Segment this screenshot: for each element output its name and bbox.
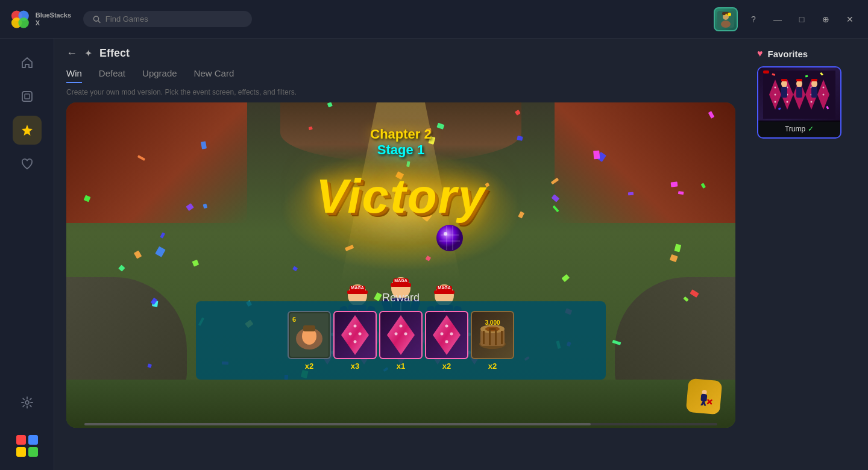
- svg-point-112: [450, 332, 453, 335]
- svg-point-113: [445, 340, 448, 343]
- chapter-label: Chapter 2: [370, 127, 431, 142]
- svg-marker-14: [22, 125, 33, 136]
- tab-upgrade[interactable]: Upgrade: [142, 68, 177, 83]
- reward-card-image-1: 6: [289, 312, 330, 358]
- reward-item-4: x2: [425, 311, 468, 371]
- user-avatar[interactable]: ★: [714, 7, 738, 31]
- close-button[interactable]: ✕: [841, 11, 858, 28]
- reward-count-3: x1: [397, 362, 405, 371]
- reward-count-2: x3: [351, 362, 359, 371]
- reward-label: Reward: [382, 292, 420, 304]
- svg-rect-155: [796, 87, 802, 98]
- bg-ceiling-right: [555, 102, 735, 223]
- sidebar-item-settings[interactable]: [13, 388, 42, 417]
- confetti-piece: [134, 250, 142, 258]
- svg-text:★: ★: [725, 13, 728, 16]
- tab-defeat[interactable]: Defeat: [99, 68, 125, 83]
- reward-diamond-1: [340, 314, 370, 356]
- svg-text:MAGA: MAGA: [351, 286, 363, 290]
- reward-card-5: 3,000: [471, 311, 514, 359]
- svg-line-5: [98, 20, 100, 22]
- right-panel: ♥ Favorites: [747, 39, 868, 148]
- sidebar-item-effects[interactable]: [13, 116, 42, 145]
- reward-card-3: [379, 311, 423, 359]
- reward-card-2: [333, 311, 377, 359]
- maximize-button[interactable]: □: [793, 11, 810, 28]
- svg-point-102: [349, 332, 352, 335]
- svg-point-134: [775, 101, 776, 103]
- confetti-piece: [670, 254, 678, 263]
- svg-rect-157: [811, 79, 817, 81]
- scroll-bar[interactable]: [84, 423, 717, 425]
- svg-text:MAGA: MAGA: [394, 278, 407, 283]
- breadcrumb-bar: ← ✦ Effect: [54, 39, 747, 68]
- sidebar-item-home[interactable]: [13, 48, 42, 77]
- tab-new-card[interactable]: New Card: [194, 68, 234, 83]
- svg-point-111: [441, 332, 444, 335]
- confetti-piece: [118, 265, 125, 272]
- content-area: ← ✦ Effect Win Defeat Upgrade New Card C…: [54, 39, 868, 470]
- favorites-title: Favorites: [768, 49, 808, 59]
- minimize-button[interactable]: —: [769, 11, 786, 28]
- svg-point-133: [775, 94, 776, 96]
- svg-rect-13: [25, 94, 30, 99]
- svg-marker-105: [387, 315, 415, 355]
- svg-point-138: [787, 101, 788, 103]
- confetti-piece: [155, 246, 165, 257]
- tab-win[interactable]: Win: [66, 68, 82, 83]
- favorites-item-trump[interactable]: Trump ✓: [757, 66, 841, 139]
- help-button[interactable]: ?: [745, 11, 762, 28]
- svg-rect-119: [483, 331, 485, 344]
- reward-item-5: 3,000 x2: [471, 311, 514, 371]
- svg-rect-53: [347, 290, 368, 294]
- mute-button[interactable]: [686, 378, 723, 415]
- favorites-check-icon: ✓: [808, 125, 814, 133]
- settings-icon: [20, 396, 34, 409]
- svg-point-88: [436, 225, 463, 251]
- sidebar-item-favorites-nav[interactable]: [13, 149, 42, 178]
- search-bar[interactable]: [83, 11, 252, 27]
- svg-rect-66: [391, 283, 411, 287]
- fullscreen-button[interactable]: ⊕: [817, 11, 834, 28]
- svg-rect-125: [700, 394, 707, 402]
- svg-point-104: [354, 340, 357, 343]
- confetti-piece: [160, 232, 165, 238]
- favorites-item-preview: [758, 67, 840, 122]
- tab-subtitle: Create your own mod version. Pick the ev…: [54, 86, 747, 102]
- home-icon: [20, 56, 34, 69]
- game-preview: Chapter 2 Stage 1 Victory: [66, 102, 735, 428]
- svg-rect-78: [434, 290, 454, 294]
- disco-ball-svg: [435, 223, 465, 253]
- svg-point-101: [354, 324, 357, 327]
- scroll-thumb: [84, 423, 591, 425]
- search-input[interactable]: [105, 14, 242, 24]
- victory-text: Victory: [316, 169, 486, 224]
- back-button[interactable]: ←: [66, 47, 77, 60]
- svg-rect-121: [495, 330, 497, 345]
- avatar-image: ★: [717, 11, 734, 28]
- confetti-piece: [674, 244, 681, 252]
- svg-rect-19: [28, 447, 38, 457]
- svg-point-3: [18, 17, 28, 28]
- reward-diamond-3: [432, 314, 462, 356]
- favorites-item-label-trump: Trump ✓: [758, 121, 840, 137]
- svg-point-8: [721, 20, 731, 28]
- svg-text:MAGA: MAGA: [438, 286, 450, 290]
- chapter-stage-text: Chapter 2 Stage 1: [370, 127, 431, 158]
- favorites-header: ♥ Favorites: [757, 48, 858, 59]
- svg-marker-109: [433, 315, 461, 355]
- heart-icon: [20, 157, 34, 171]
- svg-rect-150: [763, 70, 769, 74]
- svg-text:6: 6: [292, 316, 296, 323]
- reward-card-1: 6: [288, 311, 331, 359]
- svg-rect-12: [22, 92, 32, 101]
- svg-point-147: [823, 87, 825, 89]
- svg-point-103: [359, 332, 362, 335]
- reward-logs-image: 3,000: [474, 314, 511, 356]
- stage-label: Stage 1: [370, 142, 431, 158]
- search-icon: [93, 15, 101, 24]
- svg-rect-99: [303, 325, 315, 331]
- sidebar-item-library[interactable]: [13, 82, 42, 111]
- reward-count-4: x2: [442, 362, 451, 371]
- reward-count-1: x2: [305, 362, 313, 371]
